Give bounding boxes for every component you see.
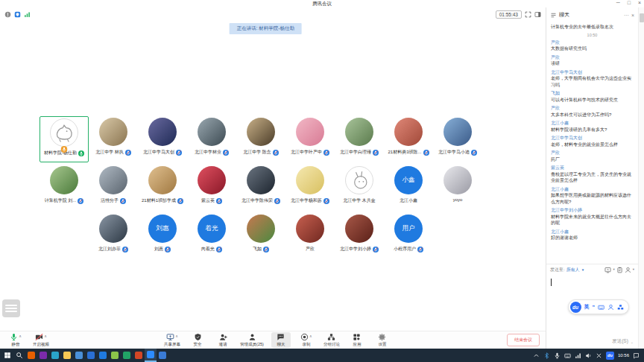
mention-member-icon[interactable] xyxy=(625,267,631,273)
tray-speaker-icon[interactable] xyxy=(585,352,592,359)
participant-tile[interactable]: 北江中学陈伟荣 xyxy=(236,165,285,211)
participant-tile[interactable]: 计算机学院 刘... xyxy=(40,165,89,211)
caret-up-icon[interactable]: ∧ xyxy=(44,334,47,338)
taskbar-app-icon[interactable] xyxy=(157,349,168,362)
send-to-selector[interactable]: 所有人 xyxy=(566,267,580,273)
toolbar-record-button[interactable]: ∧录制 xyxy=(297,332,316,348)
toolbar-shield-button[interactable]: 安全 xyxy=(188,332,207,348)
participant-tile[interactable]: 飞如 xyxy=(236,213,285,259)
participant-tile[interactable]: 北江中学 林执 xyxy=(89,116,138,162)
close-button[interactable]: × xyxy=(638,0,641,5)
taskbar-app-icon[interactable] xyxy=(73,349,85,362)
participant-tile[interactable]: 小鑫北江小鑫 xyxy=(384,165,433,211)
participant-tile[interactable]: 严欣 xyxy=(285,213,335,259)
tray-bluetooth-icon[interactable] xyxy=(543,352,550,359)
side-strip-handle[interactable] xyxy=(640,13,644,22)
security-shield-icon[interactable] xyxy=(14,11,21,18)
layout-widget[interactable] xyxy=(2,299,20,317)
minimize-button[interactable]: ─ xyxy=(616,0,620,5)
participant-name-text: 北江中学林业 xyxy=(195,149,221,156)
toolbar-camera-off-button[interactable]: ∧开启视频 xyxy=(31,332,51,348)
tray-micsm-icon[interactable] xyxy=(554,352,561,359)
participant-tile[interactable]: 北江中学白理瑾 xyxy=(335,116,384,162)
ime-toolbar[interactable]: du 英 ” xyxy=(568,299,630,314)
ime-keyboard-icon[interactable] xyxy=(598,304,604,311)
toolbar-members-button[interactable]: 管理成员(25) xyxy=(239,332,265,348)
baidu-ime-logo[interactable]: du xyxy=(570,302,581,313)
participant-tile[interactable]: 着光向着光 xyxy=(187,213,236,259)
participant-tile[interactable]: 北江中学林业 xyxy=(187,116,236,162)
end-meeting-button[interactable]: 结束会议 xyxy=(507,334,540,346)
participant-tile[interactable]: yoyo xyxy=(433,165,482,211)
participant-tile[interactable]: 北江中学马大创 xyxy=(138,116,187,162)
tray-keyboard-icon[interactable] xyxy=(564,352,571,359)
avatar-photo xyxy=(296,215,324,243)
send-options-caret-icon[interactable]: ⌄ xyxy=(631,340,634,344)
speaking-banner: 正在讲话: 材料学院-杨仕勤 xyxy=(230,23,302,34)
participant-tile[interactable]: 活性分子 xyxy=(89,165,138,211)
caret-up-icon[interactable]: ∧ xyxy=(175,334,178,338)
taskbar-app-icon[interactable] xyxy=(133,349,145,362)
caret-up-icon[interactable]: ∧ xyxy=(309,334,312,338)
taskbar-app-icon[interactable] xyxy=(61,349,73,362)
participant-tile[interactable]: 21材料类3班陈... xyxy=(384,116,433,162)
app-icon-glyph xyxy=(135,352,142,359)
participant-tile[interactable]: 刘惠刘惠 xyxy=(138,213,187,259)
layout-switch-icon[interactable] xyxy=(534,11,541,18)
taskbar-app-icon[interactable] xyxy=(97,349,109,362)
participant-tile[interactable]: 北江中学马小迪 xyxy=(433,116,482,162)
meeting-info-icon[interactable] xyxy=(4,11,11,18)
participant-tile[interactable]: 北江中学杨和苏 xyxy=(285,165,335,211)
maximize-button[interactable]: □ xyxy=(628,0,631,5)
send-button[interactable]: 发送(S) xyxy=(612,338,628,345)
taskbar-app-icon[interactable] xyxy=(37,349,49,362)
taskbar-app-icon[interactable] xyxy=(25,349,37,362)
tray-net-icon[interactable] xyxy=(575,352,581,359)
toolbar-breakout-button[interactable]: 分组讨论 xyxy=(322,332,341,348)
participant-tile[interactable]: 北江中学刘小婷 xyxy=(335,213,384,259)
taskbar-app-icon[interactable] xyxy=(85,349,97,362)
toolbar-mic-button[interactable]: ∧静音 xyxy=(6,332,25,348)
participant-tile[interactable]: 用户小程序用户 xyxy=(384,213,433,259)
ime-profile-icon[interactable] xyxy=(607,304,614,311)
mic-muted-icon xyxy=(177,198,183,204)
tray-xkey-icon[interactable] xyxy=(596,352,602,359)
start-button[interactable] xyxy=(1,349,13,362)
action-center-icon[interactable] xyxy=(633,352,640,359)
chat-message-list[interactable]: 计算机专业的去年最低录取名次10:50严欣大数据有研究生吗严欣读研北江中学马大创… xyxy=(546,22,638,264)
toolbar-apps-button[interactable]: 应用 xyxy=(347,332,367,348)
chat-list-icon[interactable] xyxy=(550,12,557,19)
ime-lang-toggle[interactable]: 英 xyxy=(584,303,590,311)
participant-tile[interactable]: 北江中学叶严中 xyxy=(285,116,335,162)
toolbar-chat-button[interactable]: 聊天 xyxy=(271,332,291,348)
toolbar-settings-button[interactable]: 设置 xyxy=(373,332,392,348)
ime-menu-icon[interactable] xyxy=(617,304,624,311)
screenshot-icon[interactable] xyxy=(604,267,611,273)
participant-tile[interactable]: 北江中学 木共金 xyxy=(335,165,384,211)
file-icon[interactable] xyxy=(616,267,623,273)
participant-tile[interactable]: 紫云英 xyxy=(187,165,236,211)
taskbar-app-icon[interactable] xyxy=(109,349,121,362)
fullscreen-icon[interactable] xyxy=(525,11,531,18)
toolbar-invite-button[interactable]: 邀请 xyxy=(213,332,233,348)
taskbar-search-icon[interactable] xyxy=(13,349,25,362)
tray-caretup-icon[interactable] xyxy=(533,352,540,359)
speaking-mic-badge xyxy=(61,142,68,149)
participant-tile[interactable]: 21材料1班郜学成 xyxy=(138,165,187,211)
participant-tile[interactable]: 北江中学 陈念 xyxy=(236,116,285,162)
toolbar-screen-share-button[interactable]: ∧共享屏幕 xyxy=(162,332,182,348)
chat-close-icon[interactable]: × xyxy=(631,13,634,18)
participant-name-text: 小程序用户 xyxy=(394,246,416,253)
network-signal-icon xyxy=(24,11,31,18)
participant-tile[interactable]: 北江刘亦菲 xyxy=(89,213,138,259)
taskbar-clock[interactable]: 10:56 xyxy=(618,353,629,358)
ime-punct-toggle[interactable]: ” xyxy=(593,305,596,310)
participant-tile[interactable]: 材料学院-杨仕勤 xyxy=(40,116,89,162)
caret-up-icon[interactable]: ∧ xyxy=(19,334,22,338)
baidu-ime-tray-icon[interactable]: du xyxy=(606,352,614,360)
taskbar-app-icon[interactable] xyxy=(121,349,133,362)
mic-muted-icon xyxy=(273,150,279,156)
taskbar-app-icon[interactable] xyxy=(49,349,61,362)
chat-more-icon[interactable]: ··· xyxy=(624,13,629,18)
taskbar-app-icon[interactable] xyxy=(145,349,157,362)
